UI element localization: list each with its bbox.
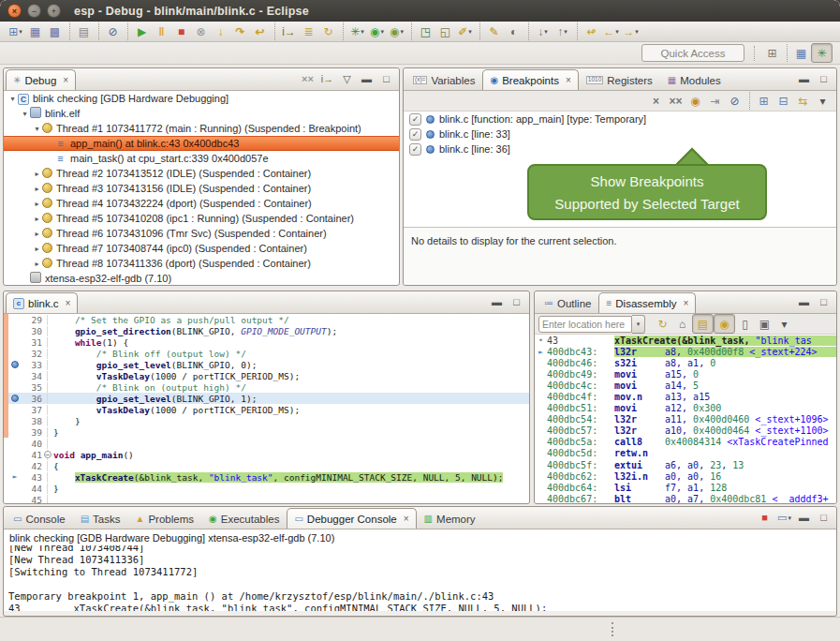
disassembly-line[interactable]: 400dbc5f:extuia6, a0, 23, 13 <box>535 459 836 470</box>
minimize-button[interactable]: − <box>27 4 41 18</box>
debug-perspective-button[interactable]: ✳ <box>811 43 833 63</box>
editor-line-42[interactable]: 42{ <box>4 460 529 471</box>
annotations-icon[interactable]: ◐ <box>504 22 523 40</box>
previous-annotation-icon[interactable]: ↑▾ <box>553 22 572 40</box>
save-icon[interactable]: ▦ <box>25 22 45 40</box>
disconnect-icon[interactable]: ⊗ <box>191 22 211 40</box>
disassembly-line[interactable]: 400dbc4c:movia14, 5 <box>535 380 836 391</box>
editor-line-31[interactable]: 31 while(1) { <box>4 336 529 348</box>
expander-icon[interactable]: ▸ <box>32 200 42 208</box>
goto-file-icon[interactable]: ⇥ <box>705 92 725 110</box>
track-expression-icon[interactable]: ◉ <box>714 314 735 334</box>
editor-line-34[interactable]: 34 vTaskDelay(1000 / portTICK_PERIOD_MS)… <box>4 370 529 381</box>
previous-annotation-icon-dropdown[interactable]: ▾ <box>564 28 567 36</box>
expander-icon[interactable]: ▾ <box>20 110 30 118</box>
annotation-ruler[interactable]: ► <box>8 473 22 481</box>
editor-line-30[interactable]: 30 gpio_set_direction(BLINK_GPIO, GPIO_M… <box>4 325 529 336</box>
annotation-ruler[interactable] <box>8 361 22 368</box>
refresh-icon[interactable]: ↻ <box>653 315 672 333</box>
next-annotation-icon[interactable]: ↓▾ <box>528 22 553 40</box>
tab-debugger-console[interactable]: ▭Debugger Console× <box>287 508 416 529</box>
editor-line-38[interactable]: 38 } <box>4 415 529 426</box>
quick-access[interactable]: Quick Access <box>641 44 744 62</box>
launch-shortcut-icon[interactable]: ✐▾ <box>455 22 475 40</box>
profile-icon[interactable]: ↻ <box>318 22 338 40</box>
instruction-step-toggle-icon[interactable]: i→ <box>317 70 337 88</box>
maximize-button[interactable]: + <box>47 4 61 18</box>
disassembly-line[interactable]: 400dbc5d:retw.n <box>535 448 836 459</box>
close-tab-icon[interactable]: × <box>566 75 571 85</box>
location-input[interactable]: Enter location here <box>538 316 632 333</box>
run-icon[interactable]: ◉▾ <box>367 22 387 40</box>
debug-tree-item[interactable]: ≡main_task() at cpu_start.c:339 0x400d05… <box>4 151 399 166</box>
save-all-icon[interactable]: ▩ <box>45 22 65 40</box>
back-icon-dropdown[interactable]: ▾ <box>615 28 619 36</box>
tab-debug[interactable]: ✳Debug× <box>6 69 76 90</box>
external-tools-icon[interactable]: ◉▾ <box>387 22 406 40</box>
expander-icon[interactable]: ▸ <box>32 260 42 268</box>
annotation-ruler[interactable] <box>8 395 22 402</box>
step-return-icon[interactable]: ↩ <box>250 22 270 40</box>
terminate-icon[interactable]: ■ <box>171 22 191 40</box>
mark-occurrences-icon[interactable]: ✎ <box>479 22 504 40</box>
remove-breakpoint-icon[interactable]: × <box>646 92 666 110</box>
disassembly-line[interactable]: 400dbc62:l32i.na0, a0, 16 <box>535 470 836 482</box>
cpp-perspective-icon[interactable]: ▦ <box>787 44 811 62</box>
editor-line-37[interactable]: 37 vTaskDelay(1000 / portTICK_PERIOD_MS)… <box>4 404 529 415</box>
close-tab-icon[interactable]: × <box>66 298 71 308</box>
debug-tree-item[interactable]: ▸Thread #3 1073413156 (IDLE) (Suspended … <box>4 181 399 196</box>
view-menu-icon[interactable]: ▽ <box>337 70 357 88</box>
debug-tree-item[interactable]: ▸Thread #4 1073432224 (dport) (Suspended… <box>4 196 399 211</box>
forward-icon[interactable]: →▾ <box>621 22 641 40</box>
tab-modules[interactable]: ▦Modules <box>660 69 729 90</box>
view-menu-icon[interactable]: ▾ <box>774 315 794 333</box>
expander-icon[interactable]: ▾ <box>7 95 18 103</box>
debug-tree-item[interactable]: ▾Thread #1 1073411772 (main : Running) (… <box>4 121 399 136</box>
code-editor[interactable]: 29 /* Set the GPIO as a push/pull output… <box>4 314 529 503</box>
maximize-icon[interactable]: □ <box>507 293 526 311</box>
disassembly-line[interactable]: 400dbc57:l32ra10, 0x400d0464 <_stext+110… <box>535 425 836 437</box>
minimize-icon[interactable]: ▬ <box>794 509 814 527</box>
step-filters-icon[interactable]: ≣ <box>299 22 318 40</box>
open-resource-icon[interactable]: ◱ <box>435 22 455 40</box>
minimize-icon[interactable]: ▬ <box>794 70 814 88</box>
tab-breakpoints[interactable]: ◉Breakpoints× <box>482 69 578 90</box>
maximize-icon[interactable]: □ <box>376 70 396 88</box>
disassembly-listing[interactable]: •43xTaskCreate(&blink_task, "blink_tas►4… <box>535 335 836 503</box>
disassembly-line[interactable]: 400dbc64:lsif7, a1, 128 <box>535 482 836 493</box>
new-wizard-icon-dropdown[interactable]: ▾ <box>19 28 22 36</box>
home-icon[interactable]: ⌂ <box>672 315 692 333</box>
debug-tree-item[interactable]: ▾blink.elf <box>4 106 399 121</box>
fold-collapse-icon[interactable]: − <box>44 451 52 458</box>
editor-line-29[interactable]: 29 /* Set the GPIO as a push/pull output… <box>4 314 529 325</box>
new-view-icon[interactable]: ▯ <box>735 315 755 333</box>
close-tab-icon[interactable]: × <box>683 298 688 308</box>
editor-line-44[interactable]: 44} <box>4 483 529 494</box>
debug-tree-item[interactable]: ▾Cblink checking [GDB Hardware Debugging… <box>4 91 399 106</box>
editor-line-41[interactable]: 41−void app_main() <box>4 449 529 460</box>
breakpoint-checkbox[interactable]: ✓ <box>409 113 421 126</box>
disassembly-line[interactable]: 400dbc4f:mov.na13, a15 <box>535 391 836 402</box>
tab-tasks[interactable]: ▤Tasks <box>73 508 128 529</box>
breakpoint-checkbox[interactable]: ✓ <box>409 143 421 156</box>
breakpoint-item[interactable]: ✓blink.c [line: 33] <box>404 127 836 142</box>
back-icon[interactable]: ←▾ <box>601 22 621 40</box>
disassembly-line[interactable]: 400dbc49:movia15, 0 <box>535 368 836 380</box>
skip-all-breakpoints-icon[interactable]: ⊘ <box>98 22 123 40</box>
tab-problems[interactable]: ▲Problems <box>128 508 201 529</box>
close-button[interactable]: × <box>7 4 22 18</box>
maximize-icon[interactable]: □ <box>814 293 833 311</box>
expander-icon[interactable]: ▸ <box>32 245 42 253</box>
tab-variables[interactable]: (x)=Variables <box>405 69 482 90</box>
expand-all-icon[interactable]: ⊞ <box>749 92 774 110</box>
breakpoint-checkbox[interactable]: ✓ <box>409 128 421 141</box>
print-icon[interactable]: ▤ <box>69 22 94 40</box>
new-wizard-icon[interactable]: ⊞▾ <box>6 22 25 40</box>
disassembly-line[interactable]: 400dbc54:l32ra11, 0x400d0460 <_stext+109… <box>535 414 836 425</box>
debug-icon[interactable]: ✳▾ <box>343 22 367 40</box>
debug-tree-item[interactable]: ▸Thread #5 1073410208 (ipc1 : Running) (… <box>4 211 399 226</box>
tab-console[interactable]: ▭Console <box>6 508 73 529</box>
step-over-icon[interactable]: ↷ <box>230 22 250 40</box>
editor-line-43[interactable]: ►43 xTaskCreate(&blink_task, "blink_task… <box>4 471 529 483</box>
next-annotation-icon-dropdown[interactable]: ▾ <box>544 28 548 36</box>
